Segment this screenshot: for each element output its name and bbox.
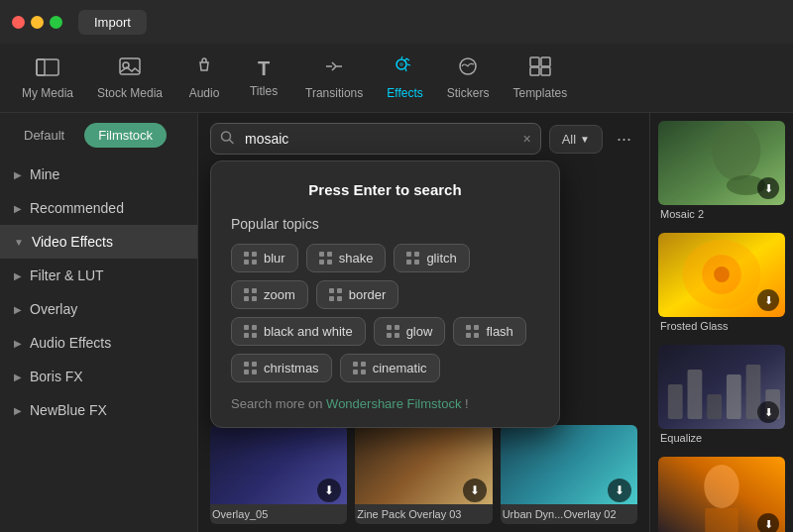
grid-item-urban-dyn[interactable]: ⬇ Urban Dyn...Overlay 02 bbox=[501, 425, 637, 524]
grid-icon bbox=[244, 252, 258, 266]
right-thumb-4: ⬇ bbox=[658, 457, 785, 532]
grid-icon bbox=[319, 252, 333, 266]
download-icon[interactable]: ⬇ bbox=[757, 401, 779, 423]
topic-chip-flash[interactable]: flash bbox=[453, 317, 525, 346]
nav-effects[interactable]: Effects bbox=[375, 51, 434, 106]
nav-stickers[interactable]: Stickers bbox=[435, 51, 502, 106]
sidebar-item-recommended[interactable]: ▶ Recommended bbox=[0, 191, 197, 225]
search-input[interactable] bbox=[210, 123, 541, 155]
transitions-icon bbox=[322, 56, 346, 82]
nav-templates-label: Templates bbox=[512, 86, 567, 100]
topic-chip-border[interactable]: border bbox=[316, 280, 399, 309]
search-clear-icon[interactable]: × bbox=[522, 131, 530, 147]
svg-rect-0 bbox=[37, 59, 58, 75]
download-icon[interactable]: ⬇ bbox=[757, 513, 779, 532]
right-item-4[interactable]: ⬇ bbox=[658, 457, 785, 532]
topic-chip-glow[interactable]: glow bbox=[374, 317, 446, 346]
import-button[interactable]: Import bbox=[78, 10, 147, 35]
filmstock-link[interactable]: Wondershare Filmstock bbox=[326, 396, 461, 411]
nav-transitions-label: Transitions bbox=[305, 86, 363, 100]
nav-transitions[interactable]: Transitions bbox=[293, 51, 375, 106]
download-icon[interactable]: ⬇ bbox=[463, 479, 487, 502]
effects-icon bbox=[394, 56, 417, 82]
chip-blur-label: blur bbox=[264, 251, 285, 266]
chevron-right-icon: ▶ bbox=[14, 169, 22, 180]
filter-label: All bbox=[562, 132, 576, 147]
svg-rect-7 bbox=[530, 57, 539, 66]
chevron-down-icon: ▼ bbox=[14, 237, 24, 248]
svg-rect-10 bbox=[541, 67, 550, 75]
chip-shake-label: shake bbox=[339, 251, 374, 266]
sidebar-item-overlay-label: Overlay bbox=[30, 301, 77, 317]
sidebar-item-mine-label: Mine bbox=[30, 166, 59, 182]
topic-chip-zoom[interactable]: zoom bbox=[231, 280, 308, 309]
search-more-prefix: Search more on bbox=[231, 396, 326, 411]
sidebar-item-boris-fx[interactable]: ▶ Boris FX bbox=[0, 360, 197, 393]
nav-templates[interactable]: Templates bbox=[501, 51, 579, 106]
svg-rect-23 bbox=[707, 394, 722, 419]
more-options-button[interactable]: ··· bbox=[611, 125, 637, 154]
topic-chip-christmas[interactable]: christmas bbox=[231, 354, 332, 382]
my-media-icon bbox=[36, 56, 59, 82]
grid-icon bbox=[244, 288, 258, 302]
filter-dropdown[interactable]: All ▼ bbox=[549, 125, 603, 154]
right-item-mosaic2-label: Mosaic 2 bbox=[658, 205, 785, 223]
nav-effects-label: Effects bbox=[387, 86, 422, 100]
chevron-right-icon: ▶ bbox=[14, 338, 22, 349]
grid-icon bbox=[466, 325, 480, 339]
dropdown-hint-bold: Enter bbox=[353, 181, 391, 198]
topic-chip-glitch[interactable]: glitch bbox=[394, 244, 469, 272]
main-area: Default Filmstock ▶ Mine ▶ Recommended ▼… bbox=[0, 113, 793, 532]
sidebar-tab-filmstock[interactable]: Filmstock bbox=[84, 123, 167, 148]
topic-chip-bw[interactable]: black and white bbox=[231, 317, 366, 346]
minimize-button[interactable] bbox=[31, 16, 44, 29]
grid-item-overlay05[interactable]: ⬇ Overlay_05 bbox=[210, 425, 347, 524]
topic-chip-cinematic[interactable]: cinematic bbox=[340, 354, 440, 382]
grid-label-overlay05: Overlay_05 bbox=[210, 504, 347, 524]
topic-chip-blur[interactable]: blur bbox=[231, 244, 298, 272]
grid-item-zine-pack[interactable]: ⬇ Zine Pack Overlay 03 bbox=[355, 425, 492, 524]
sidebar-item-overlay[interactable]: ▶ Overlay bbox=[0, 292, 197, 326]
nav-stock-media[interactable]: Stock Media bbox=[85, 51, 174, 106]
topic-chip-shake[interactable]: shake bbox=[306, 244, 387, 272]
download-icon[interactable]: ⬇ bbox=[608, 479, 631, 502]
grid-label-urban: Urban Dyn...Overlay 02 bbox=[501, 504, 637, 524]
right-item-mosaic2[interactable]: ⬇ Mosaic 2 bbox=[658, 121, 785, 223]
nav-audio[interactable]: Audio bbox=[174, 51, 234, 106]
svg-rect-29 bbox=[705, 508, 737, 532]
sidebar-item-video-effects[interactable]: ▼ Video Effects bbox=[0, 225, 197, 259]
svg-line-12 bbox=[230, 140, 234, 144]
search-dropdown: Press Enter to search Popular topics blu… bbox=[210, 160, 560, 428]
close-button[interactable] bbox=[12, 16, 25, 29]
sidebar-item-newblue-fx[interactable]: ▶ NewBlue FX bbox=[0, 393, 197, 427]
navbar: My Media Stock Media Audio T Titles bbox=[0, 44, 793, 113]
nav-my-media[interactable]: My Media bbox=[10, 51, 85, 106]
maximize-button[interactable] bbox=[50, 16, 62, 29]
sidebar-item-newblue-fx-label: NewBlue FX bbox=[30, 402, 107, 418]
sidebar-item-audio-effects-label: Audio Effects bbox=[30, 335, 111, 351]
nav-titles[interactable]: T Titles bbox=[234, 52, 293, 104]
chip-border-label: border bbox=[349, 287, 387, 302]
grid-icon bbox=[329, 288, 343, 302]
svg-rect-24 bbox=[727, 374, 741, 419]
svg-rect-22 bbox=[688, 370, 703, 419]
stickers-icon bbox=[456, 56, 480, 82]
download-icon[interactable]: ⬇ bbox=[757, 177, 779, 199]
chevron-right-icon: ▶ bbox=[14, 372, 22, 382]
download-icon[interactable]: ⬇ bbox=[757, 289, 779, 311]
sidebar-item-filter-lut[interactable]: ▶ Filter & LUT bbox=[0, 259, 197, 292]
content-area: × All ▼ ··· Press Enter to search Popula… bbox=[198, 113, 649, 532]
filter-chevron-icon: ▼ bbox=[580, 134, 590, 145]
svg-rect-9 bbox=[530, 67, 539, 75]
chevron-right-icon: ▶ bbox=[14, 405, 22, 416]
sidebar-item-mine[interactable]: ▶ Mine bbox=[0, 158, 197, 191]
sidebar-item-video-effects-label: Video Effects bbox=[32, 234, 113, 250]
svg-rect-8 bbox=[541, 57, 550, 66]
right-item-frosted-glass[interactable]: ⬇ Frosted Glass bbox=[658, 233, 785, 335]
sidebar-tab-default[interactable]: Default bbox=[10, 123, 78, 148]
chip-zoom-label: zoom bbox=[264, 287, 295, 302]
right-item-equalize[interactable]: ⬇ Equalize bbox=[658, 345, 785, 447]
right-thumb-mosaic2: ⬇ bbox=[658, 121, 785, 205]
sidebar-item-audio-effects[interactable]: ▶ Audio Effects bbox=[0, 326, 197, 360]
sidebar: Default Filmstock ▶ Mine ▶ Recommended ▼… bbox=[0, 113, 198, 532]
